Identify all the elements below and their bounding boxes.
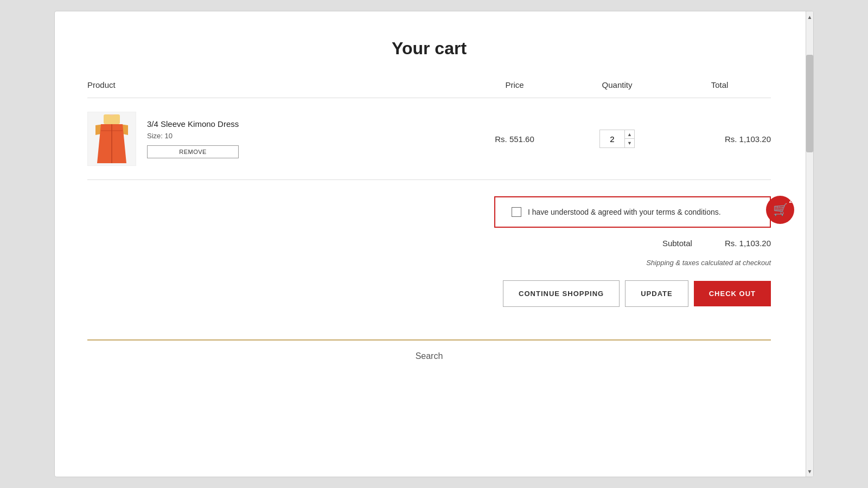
- browser-window: ▲ ▼ Your cart Product Price Quantity Tot…: [54, 11, 814, 477]
- product-image: [87, 112, 136, 166]
- cart-bubble-count: 2: [789, 198, 792, 204]
- header-total: Total: [668, 80, 771, 98]
- footer-search-label: Search: [416, 351, 443, 361]
- terms-checkbox[interactable]: [512, 207, 521, 217]
- svg-rect-0: [104, 114, 120, 124]
- table-row: 3/4 Sleeve Kimono Dress Size: 10 REMOVE …: [87, 98, 771, 180]
- remove-button[interactable]: REMOVE: [147, 145, 239, 158]
- product-name: 3/4 Sleeve Kimono Dress: [147, 119, 239, 129]
- quantity-stepper[interactable]: ▲ ▼: [599, 130, 635, 148]
- quantity-arrows: ▲ ▼: [624, 130, 634, 147]
- update-button[interactable]: UPDATE: [625, 280, 688, 307]
- action-buttons: CONTINUE SHOPPING UPDATE CHECK OUT: [503, 280, 771, 307]
- footer-area: Search: [87, 339, 771, 372]
- checkout-button[interactable]: CHECK OUT: [694, 281, 771, 306]
- bottom-section: I have understood & agreed with your ter…: [87, 196, 771, 307]
- page-title: Your cart: [87, 11, 771, 80]
- scrollbar[interactable]: ▲ ▼: [806, 11, 813, 477]
- qty-cell: ▲ ▼: [566, 98, 668, 180]
- header-quantity: Quantity: [566, 80, 668, 98]
- cart-bubble[interactable]: 2 🛒: [766, 196, 794, 224]
- subtotal-row: Subtotal Rs. 1,103.20: [662, 239, 771, 248]
- product-info: 3/4 Sleeve Kimono Dress Size: 10 REMOVE: [147, 119, 239, 158]
- total-cell: Rs. 1,103.20: [668, 98, 771, 180]
- main-content: Your cart Product Price Quantity Total: [55, 11, 803, 372]
- quantity-input[interactable]: [600, 131, 624, 147]
- header-product: Product: [87, 80, 463, 98]
- continue-shopping-button[interactable]: CONTINUE SHOPPING: [503, 280, 620, 307]
- terms-box: I have understood & agreed with your ter…: [494, 196, 771, 228]
- header-price: Price: [463, 80, 566, 98]
- shipping-note: Shipping & taxes calculated at checkout: [646, 259, 771, 267]
- cart-icon: 🛒: [773, 203, 788, 217]
- subtotal-label: Subtotal: [662, 239, 692, 248]
- terms-text: I have understood & agreed with your ter…: [528, 208, 721, 216]
- price-cell: Rs. 551.60: [463, 98, 566, 180]
- product-size: Size: 10: [147, 132, 239, 140]
- scroll-down-arrow[interactable]: ▼: [806, 466, 813, 477]
- quantity-up-arrow[interactable]: ▲: [625, 130, 634, 139]
- cart-table: Product Price Quantity Total: [87, 80, 771, 180]
- subtotal-value: Rs. 1,103.20: [725, 239, 771, 248]
- product-cell: 3/4 Sleeve Kimono Dress Size: 10 REMOVE: [87, 112, 463, 166]
- quantity-down-arrow[interactable]: ▼: [625, 139, 634, 147]
- scrollbar-thumb[interactable]: [806, 55, 813, 152]
- scroll-up-arrow[interactable]: ▲: [806, 11, 813, 22]
